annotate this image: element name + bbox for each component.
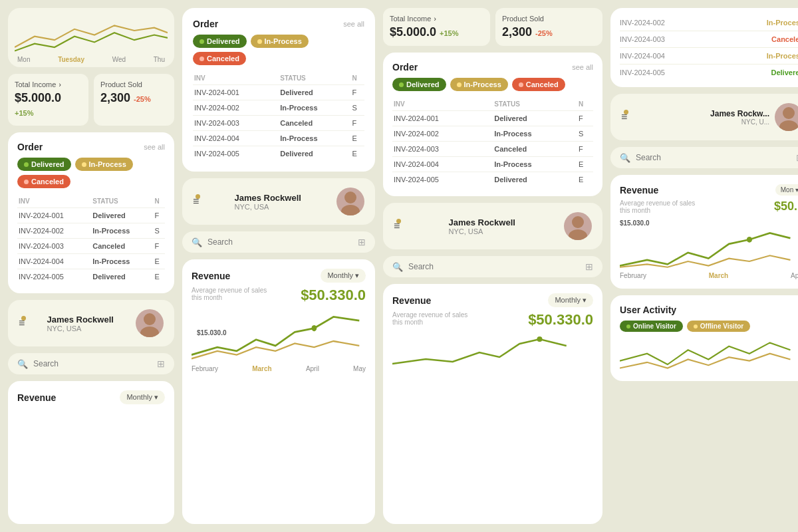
search-input-4[interactable] [636,153,791,162]
badge-canceled-3[interactable]: Canceled [512,78,565,91]
ua-badges: Online Visitor Offline Visitor [620,321,798,332]
profile-info-2: James Rockwell NYC, USA [234,193,301,211]
profile-notification-dot-1 [21,316,26,321]
search-input-1[interactable] [33,359,152,368]
total-income-box-3: Total Income › $5.000.0 +15% [383,8,490,46]
order-title-2: Order [193,19,218,29]
svg-point-5 [572,216,584,228]
th-n-3: N [577,98,593,111]
profile-notification-dot-2 [196,194,200,199]
list-item: INV-2024-005 Delivered [620,64,798,80]
badge-canceled-2[interactable]: Canceled [193,52,246,65]
table-row: INV-2024-002 In-Process S [193,100,364,116]
svg-point-1 [140,327,159,337]
revenue-title-1: Revenue [17,392,56,403]
profile-info-3: James Rockwell NYC, USA [448,217,515,235]
monthly-button-3[interactable]: Monthly ▾ [548,293,593,307]
svg-point-4 [311,325,317,331]
search-icon-2: 🔍 [192,237,202,247]
table-row: INV-2024-001 Delivered F [193,85,364,100]
search-bar-3[interactable]: 🔍 ⊞ [383,256,602,277]
search-input-3[interactable] [408,262,580,271]
inv-status: Canceled [91,239,153,254]
metrics-row-1: Total Income › $5.000.0 +15% Product Sol… [8,74,174,126]
search-input-2[interactable] [207,237,352,247]
day-tuesday: Tuesday [58,56,84,63]
revenue-amount-2: $50.330.0 [301,287,366,304]
metrics-row-3: Total Income › $5.000.0 +15% Product Sol… [383,8,602,46]
filter-icon-3[interactable]: ⊞ [585,261,593,272]
inv-id: INV-2024-004 [392,157,493,172]
badge-inprocess-2[interactable]: In-Process [251,35,309,48]
table-row: INV-2024-002 In-Process S [392,126,593,142]
order-table-1: Inv Status N INV-2024-001 Delivered F IN… [17,195,165,284]
day-wed: Wed [112,56,126,63]
monthly-button-1[interactable]: Monthly ▾ [120,390,165,404]
canceled-dot-2 [200,57,204,61]
user-activity-card: User Activity D Online Visitor Offline V… [610,295,798,381]
table-row: INV-2024-005 Delivered E [392,172,593,188]
revenue-chart-2: $15.030.0 [192,309,366,362]
search-bar-1[interactable]: 🔍 ⊞ [8,353,174,374]
product-sold-box-1: Product Sold 2,300 -25% [94,74,174,126]
inv-status: Canceled [493,142,577,157]
table-row: INV-2024-004 In-Process E [193,131,364,146]
inv-id: INV-2024-005 [193,146,279,162]
inv-status: In-Process [493,126,577,142]
th-inv-3: Inv [392,98,493,111]
profile-name-4: James Rockw... [710,109,769,118]
search-icon-3: 🔍 [392,262,403,272]
inv-id: INV-2024-001 [193,85,279,100]
table-row: INV-2024-001 Delivered F [17,208,165,223]
table-row: INV-2024-004 In-Process E [392,157,593,172]
badge-delivered-2[interactable]: Delivered [193,35,247,48]
monthly-button-4[interactable]: Mon ▾ [775,184,798,196]
badge-delivered-3[interactable]: Delivered [392,78,446,91]
profile-location-2: NYC, USA [234,203,301,211]
ua-offline-dot [694,325,698,329]
ua-chart [620,332,798,372]
profile-card-2: ≡ James Rockwell NYC, USA [182,178,375,225]
profile-name-1: James Rockwell [47,315,113,325]
filter-icon-1[interactable]: ⊞ [157,358,165,369]
menu-icon-wrap-3: ≡ [394,220,400,232]
revenue-card-2: Revenue Monthly ▾ Average revenue of sal… [182,259,375,524]
see-all-3[interactable]: see all [572,63,593,71]
search-bar-4[interactable]: 🔍 ⊞ [610,147,798,168]
svg-point-6 [569,229,587,240]
ua-offline-badge[interactable]: Offline Visitor [687,321,750,332]
user-activity-title: User Activity [620,305,676,315]
badge-canceled-1[interactable]: Canceled [17,175,70,188]
inv-id: INV-2024-002 [17,223,91,239]
column-2: Order see all Delivered In-Process Cance… [182,8,375,524]
see-all-2[interactable]: see all [343,20,364,28]
inv-status: In-Process [279,100,350,116]
th-n-1: N [153,195,165,208]
product-sold-value-3: 2,300 -25% [502,25,596,39]
inv-status: In-Process [91,254,153,269]
column-1: Mon Tuesday Wed Thu Total Income › $5.00… [8,8,174,524]
day-labels: Mon Tuesday Wed Thu [15,55,168,65]
badge-inprocess-3[interactable]: In-Process [450,78,508,91]
profile-location-3: NYC, USA [448,227,515,235]
filter-icon-2[interactable]: ⊞ [358,237,366,247]
th-n-2: N [351,72,364,85]
see-all-1[interactable]: see all [144,143,165,151]
profile-info-1: James Rockwell NYC, USA [47,315,113,332]
menu-icon-wrap-2: ≡ [193,196,199,207]
product-sold-label-1: Product Sold [100,80,168,88]
order-card-3: Order see all Delivered In-Process Cance… [383,53,602,196]
monthly-button-2[interactable]: Monthly ▾ [321,269,366,283]
revenue-sub-3: Average revenue of sales this month [392,311,472,326]
search-bar-2[interactable]: 🔍 ⊞ [182,231,375,253]
inv-status: In-Process [279,131,350,146]
product-sold-box-3: Product Sold 2,300 -25% [495,8,602,46]
avatar-2 [336,188,364,215]
badge-inprocess-1[interactable]: In-Process [75,158,133,171]
inprocess-dot-3 [457,82,462,87]
order-table-3: Inv Status N INV-2024-001 Delivered F IN… [392,98,593,187]
ua-online-badge[interactable]: Online Visitor [620,321,683,332]
th-status-2: Status [279,72,350,85]
badge-delivered-1[interactable]: Delivered [17,158,71,171]
profile-name-3: James Rockwell [448,217,515,227]
